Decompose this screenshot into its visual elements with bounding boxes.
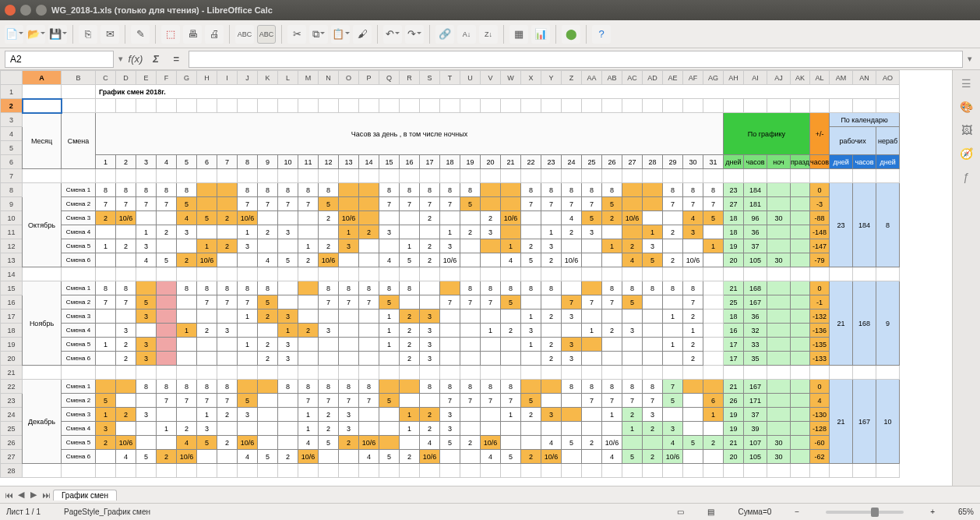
col-header[interactable]: I [217,71,238,85]
formula-input[interactable] [189,51,963,68]
col-header[interactable]: B [62,71,96,85]
zoom-out-icon[interactable]: − [795,508,799,516]
main-toolbar: 📄 📂 💾 ⎘ ✉ ✎ ⬚ 🖶 🖨 ABC ABC ✂ ⧉ 📋 🖌 ↶ ↷ 🔗 … [0,20,980,48]
sheet-tab-active[interactable]: График смен [53,490,117,501]
col-header[interactable]: AB [602,71,622,85]
col-header[interactable]: F [157,71,177,85]
status-bar: Лист 1 / 1 PageStyle_График смен ▭ ▤ Сум… [0,503,980,520]
zoom-slider[interactable] [826,511,904,514]
open-button[interactable]: 📂 [26,25,45,44]
edit-mode-button[interactable]: ✎ [131,25,150,44]
col-header[interactable]: P [359,71,379,85]
tab-first-icon[interactable]: ⏮ [3,490,14,500]
col-header[interactable]: R [400,71,420,85]
status-sheet: Лист 1 / 1 [6,508,41,516]
col-header[interactable]: C [96,71,116,85]
col-header[interactable]: W [501,71,521,85]
col-header[interactable]: Y [541,71,562,85]
tab-last-icon[interactable]: ⏭ [41,490,51,500]
redo-button[interactable]: ↷ [405,25,424,44]
col-header[interactable]: AF [683,71,703,85]
col-header[interactable]: G [177,71,197,85]
window-minimize-icon[interactable] [20,5,31,16]
chart-button[interactable]: 📊 [531,25,550,44]
paste-button[interactable]: 📋 [331,25,350,44]
col-header[interactable]: AA [582,71,602,85]
cell-reference-input[interactable] [5,51,114,68]
col-header[interactable]: H [197,71,217,85]
help-button[interactable]: ? [592,25,611,44]
col-header[interactable]: Q [379,71,400,85]
copy-button[interactable]: ⧉ [309,25,328,44]
selection-mode-icon[interactable]: ▤ [707,508,714,516]
sidebar-navigator-icon[interactable]: 🧭 [958,145,975,162]
zoom-in-icon[interactable]: + [930,508,935,516]
col-header[interactable]: AO [876,71,900,85]
col-header[interactable]: K [258,71,278,85]
status-pagestyle: PageStyle_График смен [64,508,150,516]
sidebar: ☰ 🎨 🖼 🧭 ƒ [952,70,980,486]
col-header[interactable]: E [136,71,157,85]
col-header[interactable]: M [298,71,319,85]
formula-expand-icon[interactable]: ▾ [968,54,972,64]
tab-prev-icon[interactable]: ◀ [16,490,26,500]
col-header[interactable]: AD [643,71,663,85]
col-header[interactable]: AH [724,71,744,85]
col-header[interactable]: Z [562,71,582,85]
new-doc-button[interactable]: 📄 [5,25,23,44]
email-button[interactable]: ✉ [100,25,119,44]
sidebar-properties-icon[interactable]: ☰ [958,75,975,92]
spellcheck-button[interactable]: ABC [235,25,254,44]
col-header[interactable]: A [23,71,62,85]
print-preview-button[interactable]: 🖶 [183,25,202,44]
col-header[interactable]: AI [744,71,767,85]
sidebar-gallery-icon[interactable]: 🖼 [958,122,975,139]
cell-reference-dropdown[interactable]: ▾ [118,54,123,64]
insert-mode-icon[interactable]: ▭ [677,508,684,516]
export-pdf-button[interactable]: ⎘ [79,25,97,44]
col-header[interactable]: AL [809,71,829,85]
col-header[interactable]: X [521,71,541,85]
spreadsheet-area[interactable]: ABCDEFGHIJKLMNOPQRSTUVWXYZAAABACADAEAFAG… [0,70,952,486]
save-button[interactable]: 💾 [48,25,67,44]
function-icon[interactable]: = [168,51,184,67]
sidebar-functions-icon[interactable]: ƒ [958,168,975,186]
col-header[interactable]: L [278,71,298,85]
cut-button[interactable]: ✂ [287,25,306,44]
autofilter-button[interactable]: ▦ [509,25,528,44]
col-header[interactable]: T [440,71,460,85]
col-header[interactable]: J [238,71,258,85]
formula-bar: ▾ f(x) Σ = ▾ [0,48,980,70]
hyperlink-button[interactable]: 🔗 [435,25,454,44]
sum-icon[interactable]: Σ [148,51,164,67]
col-header[interactable]: AN [853,71,876,85]
col-header[interactable]: AG [703,71,724,85]
sort-desc-button[interactable]: Z↓ [479,25,498,44]
col-header[interactable]: N [319,71,339,85]
extensions-button[interactable]: ⬤ [562,25,580,44]
tab-next-icon[interactable]: ▶ [28,490,39,500]
col-header[interactable]: AE [663,71,683,85]
format-paint-button[interactable]: 🖌 [353,25,372,44]
col-header[interactable]: AM [830,71,853,85]
undo-button[interactable]: ↶ [383,25,402,44]
pdf-button[interactable]: ⬚ [161,25,180,44]
col-header[interactable]: AC [622,71,643,85]
auto-spell-button[interactable]: ABC [257,25,276,44]
print-button[interactable]: 🖨 [205,25,224,44]
sort-asc-button[interactable]: A↓ [457,25,476,44]
status-sum: Сумма=0 [738,508,771,516]
function-wizard-icon[interactable]: f(x) [128,51,143,67]
col-header[interactable]: S [420,71,440,85]
col-header[interactable]: AK [791,71,810,85]
sidebar-styles-icon[interactable]: 🎨 [958,98,975,115]
window-maximize-icon[interactable] [36,5,47,16]
col-header[interactable]: O [339,71,359,85]
window-close-icon[interactable] [5,5,16,16]
window-title: WG_2018-1.xls (только для чтения) - Libr… [51,5,273,15]
window-titlebar: WG_2018-1.xls (только для чтения) - Libr… [0,0,980,20]
col-header[interactable]: U [460,71,481,85]
col-header[interactable]: V [481,71,501,85]
col-header[interactable]: D [116,71,136,85]
col-header[interactable]: AJ [767,71,791,85]
